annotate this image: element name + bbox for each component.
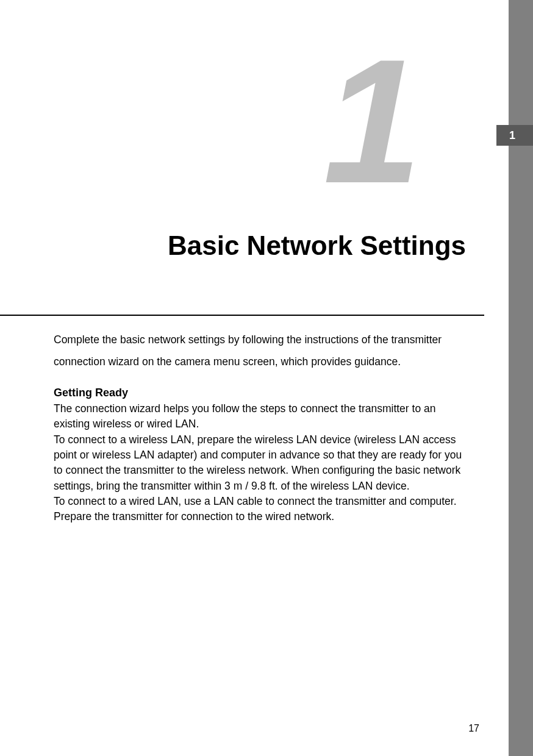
- body-paragraph-3: To connect to a wired LAN, use a LAN cab…: [54, 494, 467, 525]
- body-paragraph-1: The connection wizard helps you follow t…: [54, 401, 467, 432]
- title-divider: [0, 315, 484, 316]
- page-number: 17: [468, 723, 479, 734]
- side-tab-chapter: 1: [496, 125, 533, 146]
- chapter-number: 1: [323, 46, 409, 196]
- side-strip: [509, 0, 533, 756]
- chapter-title: Basic Network Settings: [0, 230, 484, 261]
- side-tab-label: 1: [509, 129, 515, 142]
- body-paragraph-2: To connect to a wireless LAN, prepare th…: [54, 432, 467, 494]
- intro-paragraph: Complete the basic network settings by f…: [54, 329, 467, 373]
- content-block: Complete the basic network settings by f…: [54, 329, 467, 525]
- section-heading: Getting Ready: [54, 387, 467, 399]
